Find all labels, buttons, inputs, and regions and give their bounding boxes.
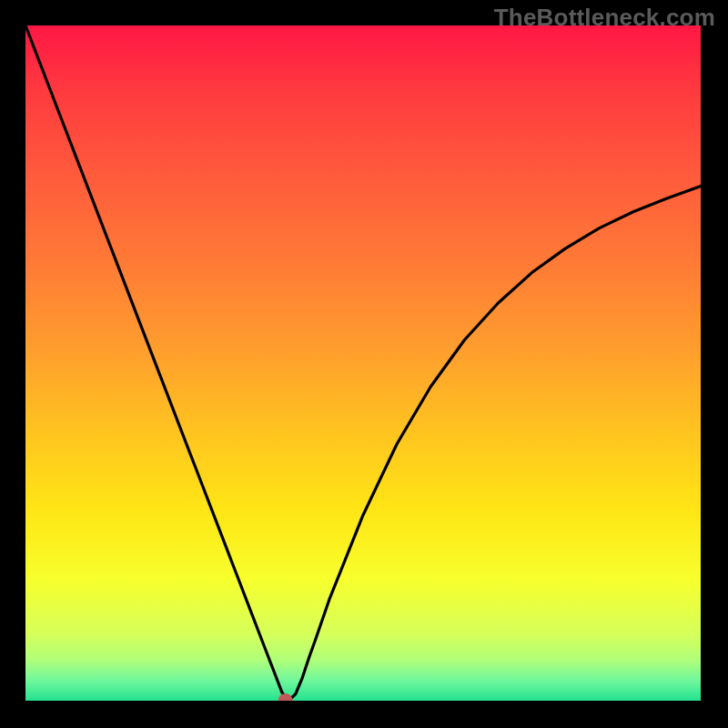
chart-svg [25,25,701,701]
chart-background [25,25,701,701]
frame: TheBottleneck.com [0,0,728,728]
plot-area [25,25,701,701]
